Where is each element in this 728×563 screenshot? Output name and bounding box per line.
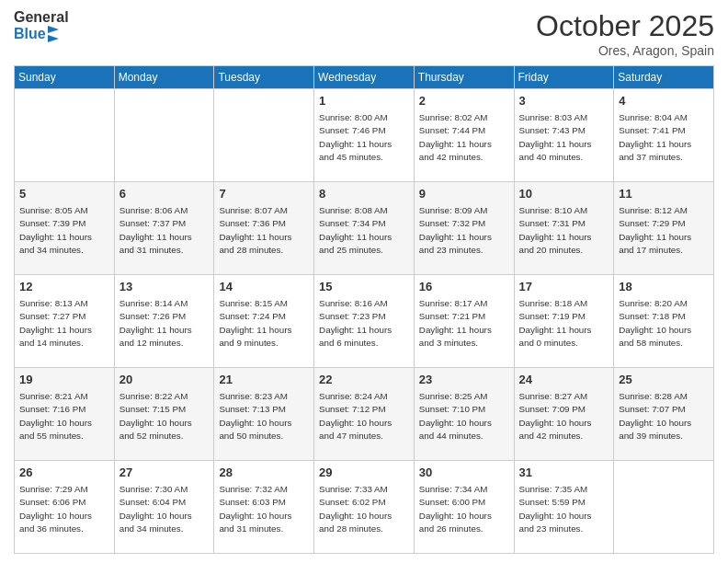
calendar-cell: 30Sunrise: 7:34 AMSunset: 6:00 PMDayligh… — [414, 461, 514, 554]
day-info: Sunrise: 8:15 AMSunset: 7:24 PMDaylight:… — [219, 297, 309, 350]
day-info: Sunrise: 8:14 AMSunset: 7:26 PMDaylight:… — [119, 297, 210, 350]
header-wednesday: Wednesday — [314, 66, 415, 89]
header: GeneralBlue October 2025 Ores, Aragon, S… — [14, 9, 714, 58]
day-number: 5 — [19, 186, 109, 202]
day-number: 8 — [319, 186, 409, 202]
day-info: Sunrise: 8:21 AMSunset: 7:16 PMDaylight:… — [19, 390, 109, 442]
day-info: Sunrise: 8:02 AMSunset: 7:44 PMDaylight:… — [419, 111, 509, 164]
calendar-cell: 2Sunrise: 8:02 AMSunset: 7:44 PMDaylight… — [414, 89, 514, 182]
day-info: Sunrise: 8:28 AMSunset: 7:07 PMDaylight:… — [619, 390, 709, 442]
calendar-cell — [214, 89, 314, 182]
day-info: Sunrise: 8:13 AMSunset: 7:27 PMDaylight:… — [19, 297, 109, 350]
day-info: Sunrise: 8:18 AMSunset: 7:19 PMDaylight:… — [519, 297, 609, 350]
calendar-cell: 26Sunrise: 7:29 AMSunset: 6:06 PMDayligh… — [15, 461, 115, 554]
day-info: Sunrise: 8:00 AMSunset: 7:46 PMDaylight:… — [319, 111, 409, 164]
day-number: 21 — [219, 372, 309, 388]
svg-marker-1 — [48, 35, 59, 42]
calendar-cell: 7Sunrise: 8:07 AMSunset: 7:36 PMDaylight… — [214, 182, 314, 275]
calendar-cell — [614, 461, 714, 554]
day-number: 18 — [619, 279, 709, 295]
day-number: 2 — [419, 93, 509, 109]
day-info: Sunrise: 8:10 AMSunset: 7:31 PMDaylight:… — [519, 204, 609, 257]
day-info: Sunrise: 8:04 AMSunset: 7:41 PMDaylight:… — [619, 111, 709, 164]
calendar-cell: 13Sunrise: 8:14 AMSunset: 7:26 PMDayligh… — [114, 275, 214, 368]
day-info: Sunrise: 7:35 AMSunset: 5:59 PMDaylight:… — [519, 483, 609, 535]
calendar-week-3: 12Sunrise: 8:13 AMSunset: 7:27 PMDayligh… — [15, 275, 714, 368]
day-number: 17 — [519, 279, 609, 295]
day-info: Sunrise: 8:07 AMSunset: 7:36 PMDaylight:… — [219, 204, 309, 257]
calendar-cell: 19Sunrise: 8:21 AMSunset: 7:16 PMDayligh… — [15, 368, 115, 461]
calendar-cell: 10Sunrise: 8:10 AMSunset: 7:31 PMDayligh… — [514, 182, 614, 275]
day-info: Sunrise: 8:12 AMSunset: 7:29 PMDaylight:… — [619, 204, 709, 257]
calendar-cell: 6Sunrise: 8:06 AMSunset: 7:37 PMDaylight… — [114, 182, 214, 275]
calendar-cell: 3Sunrise: 8:03 AMSunset: 7:43 PMDaylight… — [514, 89, 614, 182]
day-info: Sunrise: 8:16 AMSunset: 7:23 PMDaylight:… — [319, 297, 409, 350]
day-number: 27 — [119, 465, 210, 481]
day-number: 15 — [319, 279, 409, 295]
day-number: 31 — [519, 465, 609, 481]
calendar-cell: 29Sunrise: 7:33 AMSunset: 6:02 PMDayligh… — [314, 461, 415, 554]
day-number: 23 — [419, 372, 509, 388]
day-info: Sunrise: 8:03 AMSunset: 7:43 PMDaylight:… — [519, 111, 609, 164]
day-info: Sunrise: 7:33 AMSunset: 6:02 PMDaylight:… — [319, 483, 409, 535]
calendar-cell: 15Sunrise: 8:16 AMSunset: 7:23 PMDayligh… — [314, 275, 415, 368]
day-number: 14 — [219, 279, 309, 295]
day-info: Sunrise: 8:22 AMSunset: 7:15 PMDaylight:… — [119, 390, 210, 442]
day-number: 11 — [619, 186, 709, 202]
calendar-cell: 8Sunrise: 8:08 AMSunset: 7:34 PMDaylight… — [314, 182, 415, 275]
day-info: Sunrise: 8:25 AMSunset: 7:10 PMDaylight:… — [419, 390, 509, 442]
calendar-week-5: 26Sunrise: 7:29 AMSunset: 6:06 PMDayligh… — [15, 461, 714, 554]
calendar-cell: 4Sunrise: 8:04 AMSunset: 7:41 PMDaylight… — [614, 89, 714, 182]
calendar-table: Sunday Monday Tuesday Wednesday Thursday… — [14, 65, 714, 554]
day-number: 25 — [619, 372, 709, 388]
calendar-cell: 1Sunrise: 8:00 AMSunset: 7:46 PMDaylight… — [314, 89, 415, 182]
calendar-cell: 23Sunrise: 8:25 AMSunset: 7:10 PMDayligh… — [414, 368, 514, 461]
day-number: 12 — [19, 279, 109, 295]
day-info: Sunrise: 8:09 AMSunset: 7:32 PMDaylight:… — [419, 204, 509, 257]
calendar-cell — [15, 89, 115, 182]
calendar-cell: 25Sunrise: 8:28 AMSunset: 7:07 PMDayligh… — [614, 368, 714, 461]
day-number: 13 — [119, 279, 210, 295]
calendar-cell: 12Sunrise: 8:13 AMSunset: 7:27 PMDayligh… — [15, 275, 115, 368]
weekday-header-row: Sunday Monday Tuesday Wednesday Thursday… — [15, 66, 714, 89]
location: Ores, Aragon, Spain — [536, 43, 714, 58]
calendar-cell: 31Sunrise: 7:35 AMSunset: 5:59 PMDayligh… — [514, 461, 614, 554]
day-info: Sunrise: 8:06 AMSunset: 7:37 PMDaylight:… — [119, 204, 210, 257]
day-number: 29 — [319, 465, 409, 481]
day-number: 6 — [119, 186, 210, 202]
day-info: Sunrise: 8:05 AMSunset: 7:39 PMDaylight:… — [19, 204, 109, 257]
calendar-cell: 20Sunrise: 8:22 AMSunset: 7:15 PMDayligh… — [114, 368, 214, 461]
calendar-cell: 11Sunrise: 8:12 AMSunset: 7:29 PMDayligh… — [614, 182, 714, 275]
day-number: 9 — [419, 186, 509, 202]
header-thursday: Thursday — [414, 66, 514, 89]
day-number: 20 — [119, 372, 210, 388]
day-info: Sunrise: 8:24 AMSunset: 7:12 PMDaylight:… — [319, 390, 409, 442]
calendar-cell: 22Sunrise: 8:24 AMSunset: 7:12 PMDayligh… — [314, 368, 415, 461]
header-friday: Friday — [514, 66, 614, 89]
calendar-cell: 9Sunrise: 8:09 AMSunset: 7:32 PMDaylight… — [414, 182, 514, 275]
day-info: Sunrise: 8:08 AMSunset: 7:34 PMDaylight:… — [319, 204, 409, 257]
header-saturday: Saturday — [614, 66, 714, 89]
calendar-cell: 14Sunrise: 8:15 AMSunset: 7:24 PMDayligh… — [214, 275, 314, 368]
day-info: Sunrise: 8:20 AMSunset: 7:18 PMDaylight:… — [619, 297, 709, 350]
calendar-cell: 17Sunrise: 8:18 AMSunset: 7:19 PMDayligh… — [514, 275, 614, 368]
title-block: October 2025 Ores, Aragon, Spain — [536, 9, 714, 58]
header-sunday: Sunday — [15, 66, 115, 89]
day-info: Sunrise: 8:23 AMSunset: 7:13 PMDaylight:… — [219, 390, 309, 442]
header-monday: Monday — [114, 66, 214, 89]
day-info: Sunrise: 7:32 AMSunset: 6:03 PMDaylight:… — [219, 483, 309, 535]
calendar-week-2: 5Sunrise: 8:05 AMSunset: 7:39 PMDaylight… — [15, 182, 714, 275]
day-info: Sunrise: 7:29 AMSunset: 6:06 PMDaylight:… — [19, 483, 109, 535]
day-number: 3 — [519, 93, 609, 109]
svg-marker-0 — [48, 26, 59, 33]
day-number: 24 — [519, 372, 609, 388]
day-number: 22 — [319, 372, 409, 388]
day-number: 7 — [219, 186, 309, 202]
header-tuesday: Tuesday — [214, 66, 314, 89]
day-number: 1 — [319, 93, 409, 109]
day-number: 16 — [419, 279, 509, 295]
calendar-cell — [114, 89, 214, 182]
day-info: Sunrise: 7:34 AMSunset: 6:00 PMDaylight:… — [419, 483, 509, 535]
page: GeneralBlue October 2025 Ores, Aragon, S… — [0, 0, 728, 563]
day-info: Sunrise: 8:17 AMSunset: 7:21 PMDaylight:… — [419, 297, 509, 350]
